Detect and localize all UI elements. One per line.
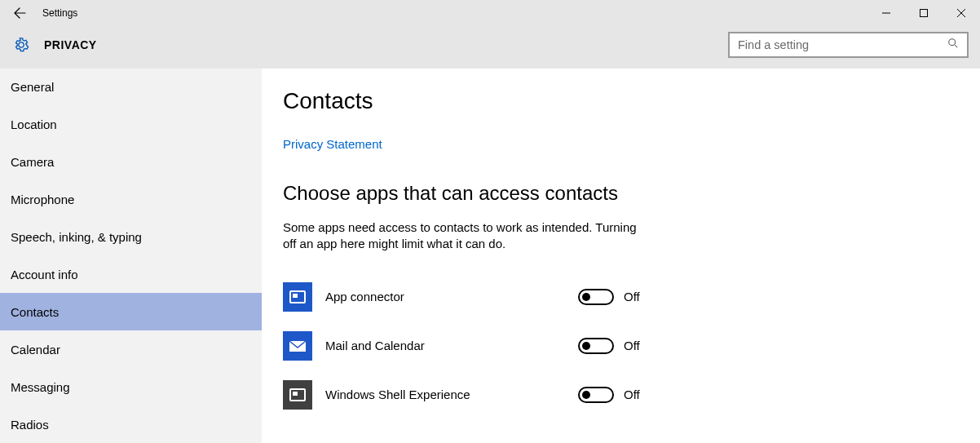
privacy-statement-link[interactable]: Privacy Statement (283, 137, 382, 151)
svg-rect-1 (920, 10, 928, 17)
app-label: Windows Shell Experience (325, 388, 578, 401)
svg-rect-8 (293, 294, 298, 298)
nav-label: Microphone (11, 193, 74, 206)
app-label: Mail and Calendar (325, 339, 578, 352)
app-label: App connector (325, 290, 578, 303)
svg-rect-13 (293, 392, 298, 396)
app-row-shell: Windows Shell Experience Off (283, 370, 980, 419)
content: Contacts Privacy Statement Choose apps t… (262, 69, 980, 443)
header: PRIVACY (0, 26, 980, 69)
sidebar-item-calendar[interactable]: Calendar (0, 330, 262, 368)
back-button[interactable] (0, 0, 39, 26)
nav-label: Location (11, 117, 57, 131)
titlebar: Settings (0, 0, 980, 26)
toggle-wrap: Off (578, 289, 640, 305)
section-title: Choose apps that can access contacts (283, 182, 980, 205)
nav-label: Radios (11, 418, 49, 432)
sidebar-item-camera[interactable]: Camera (0, 144, 262, 181)
mail-icon (283, 331, 312, 361)
toggle-knob (582, 293, 590, 301)
sidebar-item-messaging[interactable]: Messaging (0, 368, 262, 405)
sidebar-item-radios[interactable]: Radios (0, 405, 262, 443)
toggle-knob (582, 342, 590, 350)
toggle-mail[interactable] (578, 338, 614, 354)
back-arrow-icon (13, 7, 26, 20)
toggle-wrap: Off (578, 338, 640, 354)
nav-label: Contacts (11, 305, 59, 319)
toggle-wrap: Off (578, 387, 640, 403)
sidebar-item-accountinfo[interactable]: Account info (0, 256, 262, 294)
body: General Location Camera Microphone Speec… (0, 69, 980, 443)
search-box[interactable] (728, 32, 969, 58)
page-title: Contacts (283, 88, 980, 114)
nav-label: Calendar (11, 343, 60, 357)
app-connector-icon (283, 282, 312, 312)
search-input[interactable] (738, 38, 947, 51)
sidebar-item-microphone[interactable]: Microphone (0, 181, 262, 219)
app-row-app-connector: App connector Off (283, 272, 980, 321)
app-row-mail: Mail and Calendar Off (283, 321, 980, 370)
gear-icon (13, 37, 29, 53)
close-button[interactable] (942, 0, 980, 26)
sidebar: General Location Camera Microphone Speec… (0, 69, 262, 443)
minimize-button[interactable] (867, 0, 905, 26)
svg-line-5 (955, 45, 958, 48)
window-title: Settings (39, 7, 77, 19)
minimize-icon (882, 9, 890, 17)
sidebar-item-contacts[interactable]: Contacts (0, 293, 262, 330)
toggle-app-connector[interactable] (578, 289, 614, 305)
nav-label: Account info (11, 268, 78, 281)
maximize-icon (920, 9, 928, 17)
toggle-state: Off (624, 339, 640, 352)
shell-icon (283, 380, 312, 410)
sidebar-item-location[interactable]: Location (0, 106, 262, 144)
nav-label: Camera (11, 155, 54, 169)
sidebar-item-general[interactable]: General (0, 69, 262, 106)
sidebar-item-speech[interactable]: Speech, inking, & typing (0, 219, 262, 256)
maximize-button[interactable] (905, 0, 942, 26)
toggle-state: Off (624, 388, 640, 401)
close-icon (957, 9, 965, 17)
toggle-knob (582, 391, 590, 399)
svg-point-4 (949, 39, 956, 46)
nav-label: Messaging (11, 380, 70, 394)
search-icon (947, 38, 959, 52)
toggle-shell[interactable] (578, 387, 614, 403)
toggle-state: Off (624, 290, 640, 303)
nav-label: Speech, inking, & typing (11, 230, 142, 244)
section-description: Some apps need access to contacts to wor… (283, 219, 642, 253)
nav-label: General (11, 80, 54, 94)
header-title: PRIVACY (44, 38, 97, 51)
